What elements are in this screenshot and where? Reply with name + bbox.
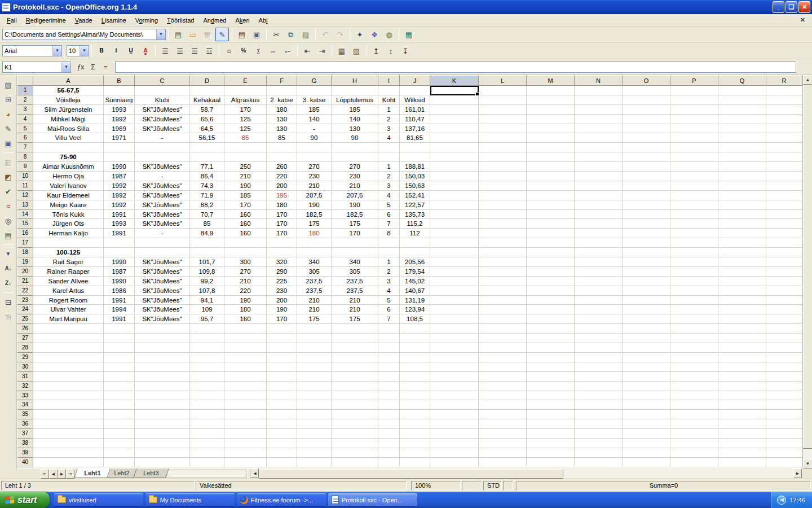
cell-E28[interactable] <box>224 343 267 353</box>
cell-R9[interactable] <box>766 162 802 172</box>
row-header-20[interactable]: 20 <box>17 267 33 277</box>
row-header-27[interactable]: 27 <box>17 334 33 343</box>
cell-H3[interactable]: 185 <box>332 105 378 115</box>
cell-R33[interactable] <box>766 391 802 401</box>
sheet-tab-leht1[interactable]: Leht1 <box>74 468 111 478</box>
cell-A1[interactable]: 56-67,5 <box>33 86 104 95</box>
cell-J11[interactable]: 150,63 <box>400 181 430 191</box>
cell-D12[interactable]: 71,9 <box>190 191 224 200</box>
column-header-K[interactable]: K <box>430 75 479 86</box>
cell-K17[interactable] <box>430 238 479 248</box>
cell-P26[interactable] <box>670 324 718 334</box>
cell-G20[interactable]: 305 <box>297 267 332 277</box>
cell-O37[interactable] <box>623 429 670 439</box>
cell-Q6[interactable] <box>718 133 766 143</box>
cell-E4[interactable]: 125 <box>224 115 267 124</box>
cell-N39[interactable] <box>575 448 623 458</box>
cell-N40[interactable] <box>575 458 623 467</box>
cell-J10[interactable]: 150,03 <box>400 172 430 181</box>
row-header-25[interactable]: 25 <box>17 314 33 324</box>
cell-M5[interactable] <box>527 124 575 134</box>
cell-D14[interactable]: 70,7 <box>190 210 224 220</box>
column-header-O[interactable]: O <box>623 75 670 86</box>
cell-E24[interactable]: 180 <box>224 305 267 314</box>
cell-L19[interactable] <box>479 257 527 267</box>
cell-R32[interactable] <box>766 382 802 391</box>
minimize-button[interactable]: _ <box>773 1 784 13</box>
cell-G18[interactable] <box>297 248 332 257</box>
scroll-right-icon[interactable]: ▶ <box>793 468 802 478</box>
font-name-combo[interactable]: ▼ <box>2 45 62 56</box>
row-header-17[interactable]: 17 <box>17 238 33 248</box>
autoformat-icon[interactable]: ◩ <box>2 170 15 183</box>
insert-chart-icon[interactable]: ◕ <box>2 107 15 121</box>
cell-D26[interactable] <box>190 324 224 334</box>
cell-M22[interactable] <box>527 286 575 296</box>
cell-Q5[interactable] <box>718 124 766 134</box>
column-header-M[interactable]: M <box>527 75 575 86</box>
cell-L39[interactable] <box>479 448 527 458</box>
cell-A19[interactable]: Rait Sagor <box>33 257 104 267</box>
cell-O40[interactable] <box>623 458 670 467</box>
cell-N24[interactable] <box>575 305 623 314</box>
cell-P20[interactable] <box>670 267 718 277</box>
cell-L14[interactable] <box>479 210 527 220</box>
cell-C23[interactable]: SK"JõuMees" <box>135 296 190 305</box>
cell-D15[interactable]: 85 <box>190 219 224 229</box>
scroll-down-icon[interactable]: ▼ <box>803 459 812 468</box>
cell-E15[interactable]: 160 <box>224 219 267 229</box>
cell-K21[interactable] <box>430 277 479 286</box>
cell-C2[interactable]: Klubi <box>135 95 190 105</box>
data-sources-icon[interactable]: ▤ <box>2 229 15 242</box>
cell-C31[interactable] <box>135 372 190 382</box>
open-icon[interactable]: ▭ <box>186 28 200 41</box>
cell-P12[interactable] <box>670 191 718 200</box>
cell-J5[interactable]: 137,16 <box>400 124 430 134</box>
cell-O31[interactable] <box>623 372 670 382</box>
cell-J3[interactable]: 161,01 <box>400 105 430 115</box>
cell-B2[interactable]: Sünniaeg <box>104 95 135 105</box>
cell-F13[interactable]: 180 <box>267 200 297 210</box>
menu-redigeerimine[interactable]: Redigeerimine <box>21 15 70 25</box>
cell-I2[interactable]: Koht <box>378 95 400 105</box>
cell-F22[interactable]: 230 <box>267 286 297 296</box>
cell-A24[interactable]: Ulvar Vahter <box>33 305 104 314</box>
cell-L34[interactable] <box>479 400 527 410</box>
start-button[interactable]: start <box>0 492 50 508</box>
cell-I37[interactable] <box>378 429 400 439</box>
cell-G33[interactable] <box>297 391 332 401</box>
cell-A16[interactable]: Herman Kaljo <box>33 229 104 238</box>
column-header-G[interactable]: G <box>297 75 332 86</box>
cell-I26[interactable] <box>378 324 400 334</box>
percent-format-icon[interactable]: % <box>237 44 250 58</box>
cell-N9[interactable] <box>575 162 623 172</box>
cell-H40[interactable] <box>332 458 378 467</box>
font-size-input[interactable] <box>67 46 80 56</box>
column-header-D[interactable]: D <box>190 75 224 86</box>
cell-A40[interactable] <box>33 458 104 467</box>
cell-F36[interactable] <box>267 419 297 429</box>
cell-H30[interactable] <box>332 362 378 372</box>
cell-H12[interactable]: 207,5 <box>332 191 378 200</box>
cell-F14[interactable]: 170 <box>267 210 297 220</box>
cell-I14[interactable]: 6 <box>378 210 400 220</box>
delete-decimal-icon[interactable]: ₀₋ <box>281 44 294 58</box>
copy-icon[interactable]: ⧉ <box>284 28 298 41</box>
cell-A26[interactable] <box>33 324 104 334</box>
cell-C12[interactable]: SK"JõuMees" <box>135 191 190 200</box>
column-header-R[interactable]: R <box>766 75 802 86</box>
cell-L8[interactable] <box>479 152 527 162</box>
insert-cells-icon[interactable]: ⊞ <box>2 93 15 106</box>
cell-H8[interactable] <box>332 152 378 162</box>
cell-E26[interactable] <box>224 324 267 334</box>
cell-H22[interactable]: 237,5 <box>332 286 378 296</box>
cell-H1[interactable] <box>332 86 378 95</box>
cell-N31[interactable] <box>575 372 623 382</box>
cell-C18[interactable] <box>135 248 190 257</box>
cell-O22[interactable] <box>623 286 670 296</box>
decrease-indent-icon[interactable]: ⇤ <box>301 44 314 58</box>
row-header-16[interactable]: 16 <box>17 229 33 238</box>
cell-G40[interactable] <box>297 458 332 467</box>
cell-N20[interactable] <box>575 267 623 277</box>
cell-M15[interactable] <box>527 219 575 229</box>
